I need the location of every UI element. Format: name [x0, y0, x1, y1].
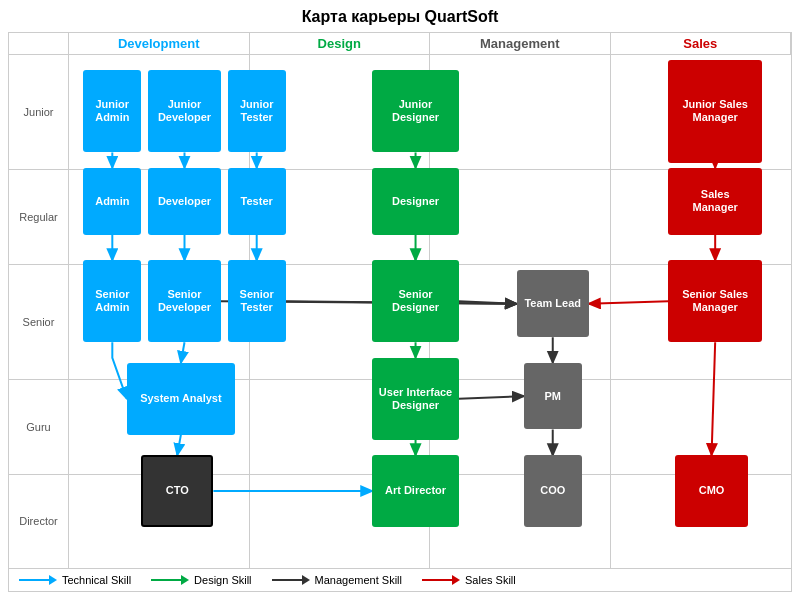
legend-sales: Sales Skill [422, 574, 516, 586]
node-senior-tester: SeniorTester [228, 260, 286, 342]
svg-line-18 [459, 301, 517, 304]
node-junior-designer: JuniorDesigner [372, 70, 459, 152]
node-junior-sales-manager: Junior SalesManager [668, 60, 762, 163]
legend-arrowhead-design [181, 575, 189, 585]
node-art-director: Art Director [372, 455, 459, 527]
legend-arrowhead-management [302, 575, 310, 585]
legend-line-design [151, 579, 181, 581]
row-label-guru: Guru [9, 380, 68, 474]
col-header-dev: Development [69, 33, 250, 54]
legend-arrow-technical [19, 575, 57, 585]
node-junior-developer: JuniorDeveloper [148, 70, 220, 152]
node-pm: PM [524, 363, 582, 430]
node-ui-designer: User InterfaceDesigner [372, 358, 459, 440]
node-senior-admin: SeniorAdmin [83, 260, 141, 342]
legend-label-sales: Sales Skill [465, 574, 516, 586]
col-header-empty [9, 33, 69, 54]
row-label-regular: Regular [9, 170, 68, 264]
row-labels: Junior Regular Senior Guru Director [9, 55, 69, 568]
chart-wrapper: Development Design Management Sales Juni… [8, 32, 792, 592]
node-senior-developer: SeniorDeveloper [148, 260, 220, 342]
node-admin: Admin [83, 168, 141, 235]
legend: Technical Skill Design Skill Management … [9, 568, 791, 591]
row-label-senior: Senior [9, 265, 68, 380]
node-sales-manager: SalesManager [668, 168, 762, 235]
legend-arrow-management [272, 575, 310, 585]
svg-line-11 [177, 435, 181, 456]
node-senior-sales-manager: Senior SalesManager [668, 260, 762, 342]
node-junior-tester: JuniorTester [228, 70, 286, 152]
node-senior-designer: SeniorDesigner [372, 260, 459, 342]
legend-line-sales [422, 579, 452, 581]
node-system-analyst: System Analyst [127, 363, 235, 435]
legend-arrow-sales [422, 575, 460, 585]
grid-body: Junior Regular Senior Guru Director [9, 55, 791, 568]
legend-label-management: Management Skill [315, 574, 402, 586]
legend-management: Management Skill [272, 574, 402, 586]
node-coo: COO [524, 455, 582, 527]
col-headers: Development Design Management Sales [9, 33, 791, 55]
page-title: Карта карьеры QuartSoft [8, 8, 792, 26]
legend-line-technical [19, 579, 49, 581]
legend-label-technical: Technical Skill [62, 574, 131, 586]
node-cto: CTO [141, 455, 213, 527]
chart-area: JuniorAdmin JuniorDeveloper JuniorTester… [69, 55, 791, 568]
svg-line-19 [459, 396, 524, 399]
node-cmo: CMO [675, 455, 747, 527]
col-header-mgmt: Management [430, 33, 611, 54]
svg-line-10 [181, 342, 185, 363]
node-designer: Designer [372, 168, 459, 235]
row-label-junior: Junior [9, 55, 68, 170]
col-header-sales: Sales [611, 33, 792, 54]
legend-label-design: Design Skill [194, 574, 251, 586]
svg-line-22 [712, 342, 716, 455]
legend-arrowhead-technical [49, 575, 57, 585]
node-team-lead: Team Lead [517, 270, 589, 337]
legend-arrowhead-sales [452, 575, 460, 585]
row-label-director: Director [9, 475, 68, 568]
legend-technical: Technical Skill [19, 574, 131, 586]
main-container: Карта карьеры QuartSoft Development Desi… [0, 0, 800, 600]
legend-arrow-design [151, 575, 189, 585]
node-developer: Developer [148, 168, 220, 235]
legend-line-management [272, 579, 302, 581]
node-tester: Tester [228, 168, 286, 235]
col-header-design: Design [250, 33, 431, 54]
legend-design: Design Skill [151, 574, 251, 586]
node-junior-admin: JuniorAdmin [83, 70, 141, 152]
